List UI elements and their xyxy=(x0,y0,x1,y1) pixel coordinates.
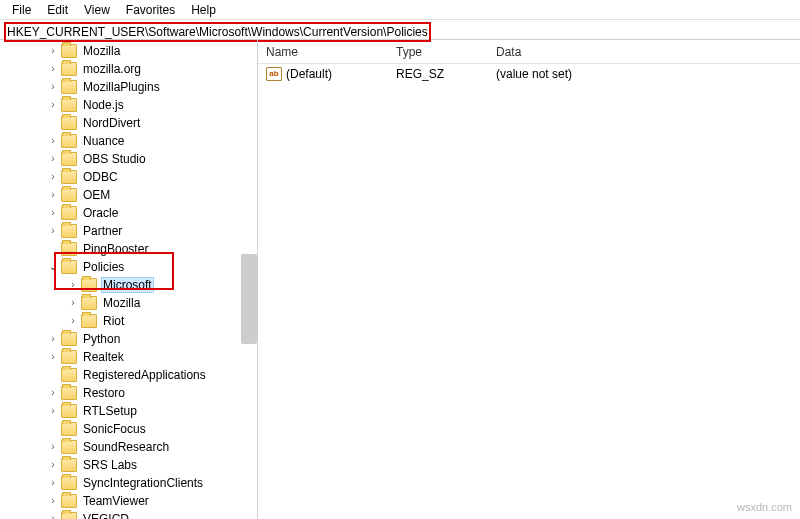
chevron-right-icon[interactable]: › xyxy=(47,78,59,96)
tree-item-riot[interactable]: ›Riot xyxy=(1,312,257,330)
folder-icon xyxy=(61,44,77,58)
value-name: (Default) xyxy=(286,67,332,81)
menu-help[interactable]: Help xyxy=(183,1,224,19)
chevron-right-icon[interactable]: › xyxy=(47,42,59,60)
tree-item-python[interactable]: ›Python xyxy=(1,330,257,348)
chevron-right-icon[interactable]: › xyxy=(47,204,59,222)
tree-item-regapps[interactable]: RegisteredApplications xyxy=(1,366,257,384)
scrollbar-thumb[interactable] xyxy=(241,254,257,344)
chevron-right-icon[interactable]: › xyxy=(67,294,79,312)
tree-item-policies-mozilla[interactable]: ›Mozilla xyxy=(1,294,257,312)
tree-item-vegicd[interactable]: ›VEGICD xyxy=(1,510,257,519)
folder-icon xyxy=(61,206,77,220)
chevron-right-icon[interactable]: › xyxy=(47,348,59,366)
chevron-right-icon[interactable]: › xyxy=(47,510,59,519)
col-header-type[interactable]: Type xyxy=(388,41,488,63)
menu-file[interactable]: File xyxy=(4,1,39,19)
tree-item-mozilla-org[interactable]: ›mozilla.org xyxy=(1,60,257,78)
watermark: wsxdn.com xyxy=(737,501,792,513)
chevron-right-icon[interactable]: › xyxy=(47,186,59,204)
tree-item-rtlsetup[interactable]: ›RTLSetup xyxy=(1,402,257,420)
folder-icon xyxy=(81,296,97,310)
folder-icon xyxy=(61,494,77,508)
folder-icon xyxy=(61,170,77,184)
address-path: HKEY_CURRENT_USER\Software\Microsoft\Win… xyxy=(4,22,431,42)
chevron-right-icon[interactable]: › xyxy=(47,438,59,456)
col-header-name[interactable]: Name xyxy=(258,41,388,63)
tree-item-nodejs[interactable]: ›Node.js xyxy=(1,96,257,114)
chevron-right-icon[interactable]: › xyxy=(47,150,59,168)
folder-icon xyxy=(61,386,77,400)
chevron-right-icon[interactable]: › xyxy=(47,132,59,150)
folder-icon xyxy=(61,458,77,472)
chevron-right-icon[interactable]: › xyxy=(67,276,79,294)
cell-type: REG_SZ xyxy=(388,65,488,83)
list-row[interactable]: ab(Default) REG_SZ (value not set) xyxy=(258,64,800,84)
tree-item-srslabs[interactable]: ›SRS Labs xyxy=(1,456,257,474)
folder-icon xyxy=(61,440,77,454)
tree-item-syncintegration[interactable]: ›SyncIntegrationClients xyxy=(1,474,257,492)
menubar: File Edit View Favorites Help xyxy=(0,0,800,20)
tree-item-oracle[interactable]: ›Oracle xyxy=(1,204,257,222)
tree-pane: ›Mozilla ›mozilla.org ›MozillaPlugins ›N… xyxy=(0,40,258,519)
menu-edit[interactable]: Edit xyxy=(39,1,76,19)
chevron-right-icon[interactable]: › xyxy=(47,168,59,186)
chevron-right-icon[interactable]: › xyxy=(47,384,59,402)
folder-icon xyxy=(61,80,77,94)
tree-item-soundresearch[interactable]: ›SoundResearch xyxy=(1,438,257,456)
chevron-right-icon[interactable]: › xyxy=(47,60,59,78)
menu-favorites[interactable]: Favorites xyxy=(118,1,183,19)
col-header-data[interactable]: Data xyxy=(488,41,800,63)
chevron-right-icon[interactable]: › xyxy=(67,312,79,330)
registry-tree[interactable]: ›Mozilla ›mozilla.org ›MozillaPlugins ›N… xyxy=(0,42,257,519)
folder-icon xyxy=(61,512,77,519)
tree-item-realtek[interactable]: ›Realtek xyxy=(1,348,257,366)
tree-item-nuance[interactable]: ›Nuance xyxy=(1,132,257,150)
cell-name: ab(Default) xyxy=(258,65,388,84)
folder-icon xyxy=(61,98,77,112)
tree-item-restoro[interactable]: ›Restoro xyxy=(1,384,257,402)
chevron-right-icon[interactable]: › xyxy=(47,330,59,348)
list-pane: Name Type Data ab(Default) REG_SZ (value… xyxy=(258,40,800,519)
folder-icon xyxy=(61,116,77,130)
tree-item-policies[interactable]: ⌄Policies xyxy=(1,258,257,276)
folder-icon xyxy=(61,134,77,148)
chevron-right-icon[interactable]: › xyxy=(47,222,59,240)
content-area: ›Mozilla ›mozilla.org ›MozillaPlugins ›N… xyxy=(0,40,800,519)
chevron-right-icon[interactable]: › xyxy=(47,402,59,420)
folder-icon xyxy=(61,332,77,346)
chevron-right-icon[interactable]: › xyxy=(47,492,59,510)
folder-icon xyxy=(61,350,77,364)
tree-item-odbc[interactable]: ›ODBC xyxy=(1,168,257,186)
folder-icon xyxy=(61,368,77,382)
tree-item-sonicfocus[interactable]: SonicFocus xyxy=(1,420,257,438)
tree-item-pingbooster[interactable]: PingBooster xyxy=(1,240,257,258)
folder-icon xyxy=(61,422,77,436)
tree-item-mozillaplugins[interactable]: ›MozillaPlugins xyxy=(1,78,257,96)
folder-icon xyxy=(81,314,97,328)
folder-icon xyxy=(61,242,77,256)
address-bar[interactable]: HKEY_CURRENT_USER\Software\Microsoft\Win… xyxy=(0,20,800,40)
folder-icon xyxy=(61,188,77,202)
tree-item-partner[interactable]: ›Partner xyxy=(1,222,257,240)
tree-item-mozilla[interactable]: ›Mozilla xyxy=(1,42,257,60)
menu-view[interactable]: View xyxy=(76,1,118,19)
tree-item-norddivert[interactable]: NordDivert xyxy=(1,114,257,132)
chevron-right-icon[interactable]: › xyxy=(47,96,59,114)
chevron-right-icon[interactable]: › xyxy=(47,456,59,474)
tree-item-oem[interactable]: ›OEM xyxy=(1,186,257,204)
chevron-down-icon[interactable]: ⌄ xyxy=(47,258,59,276)
folder-icon xyxy=(61,476,77,490)
folder-icon xyxy=(61,152,77,166)
string-value-icon: ab xyxy=(266,67,282,81)
chevron-right-icon[interactable]: › xyxy=(47,474,59,492)
folder-icon xyxy=(61,224,77,238)
folder-icon xyxy=(61,404,77,418)
folder-icon xyxy=(61,260,77,274)
tree-item-teamviewer[interactable]: ›TeamViewer xyxy=(1,492,257,510)
cell-data: (value not set) xyxy=(488,65,800,83)
tree-item-microsoft[interactable]: ›Microsoft xyxy=(1,276,257,294)
tree-item-obs[interactable]: ›OBS Studio xyxy=(1,150,257,168)
folder-icon xyxy=(61,62,77,76)
folder-icon xyxy=(81,278,97,292)
